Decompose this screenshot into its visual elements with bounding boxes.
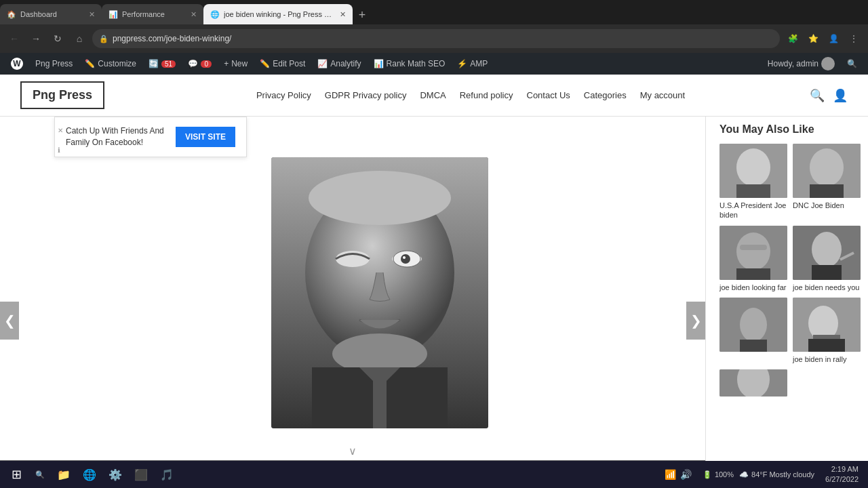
related-thumb-1: [719, 144, 787, 198]
related-item-1[interactable]: U.S.A President Joe biden: [719, 144, 787, 220]
nav-contact[interactable]: Contact Us: [527, 90, 570, 100]
related-caption-2: DNC Joe Biden: [793, 201, 861, 210]
related-item-2[interactable]: DNC Joe Biden: [793, 144, 861, 220]
home-button[interactable]: ⌂: [71, 30, 88, 47]
settings-menu-icon[interactable]: ⋮: [845, 30, 863, 47]
new-label: New: [231, 59, 248, 68]
tab-bar: 🏠 Dashboard ✕ 📊 Performance ✕ 🌐 joe bide…: [0, 0, 868, 24]
tab-close-dashboard[interactable]: ✕: [89, 10, 95, 19]
related-thumb-7: [719, 369, 787, 396]
refresh-button[interactable]: ↻: [49, 30, 66, 47]
tab-close-performance[interactable]: ✕: [191, 10, 197, 19]
wp-new[interactable]: + New: [218, 53, 253, 75]
extensions-icon[interactable]: 🧩: [784, 30, 802, 47]
weather-info[interactable]: ☁️ 84°F Mostly cloudy: [739, 470, 814, 479]
wp-customize[interactable]: ✏️ Customize: [79, 53, 142, 75]
next-arrow-icon: ❯: [690, 312, 702, 329]
wp-updates[interactable]: 🔄 51: [143, 53, 181, 75]
wp-edit-post[interactable]: ✏️ Edit Post: [254, 53, 311, 75]
new-tab-button[interactable]: +: [353, 5, 372, 24]
scroll-indicator[interactable]: ∨: [0, 442, 705, 460]
site-header: Png Press Privacy Policy GDPR Privacy po…: [0, 75, 868, 117]
related-item-7[interactable]: [719, 369, 787, 399]
nav-privacy-policy[interactable]: Privacy Policy: [256, 90, 311, 100]
date-display: 6/27/2022: [825, 474, 859, 485]
site-logo[interactable]: Png Press: [20, 81, 104, 109]
taskbar-media[interactable]: 🎵: [155, 462, 179, 487]
amp-label: AMP: [470, 59, 488, 68]
nav-gdpr[interactable]: GDPR Privacy policy: [325, 90, 407, 100]
forward-button[interactable]: →: [27, 30, 45, 47]
nav-dmca[interactable]: DMCA: [420, 90, 446, 100]
rank-math-icon: 📊: [374, 59, 384, 68]
nav-icons-right: 🧩 ⭐ 👤 ⋮: [784, 30, 863, 47]
svg-point-23: [812, 232, 842, 267]
profile-icon[interactable]: 👤: [825, 30, 842, 47]
main-image-area: [0, 117, 705, 442]
wp-search-button[interactable]: 🔍: [842, 53, 863, 75]
tray-volume-icon[interactable]: 🔊: [680, 469, 692, 480]
taskbar-search[interactable]: 🔍: [30, 462, 50, 487]
header-search-icon[interactable]: 🔍: [810, 88, 825, 103]
related-item-6[interactable]: joe biden in rally: [793, 298, 861, 364]
content-wrapper: ❮ ℹ ✕ Catch Up With Friends And Family O…: [0, 117, 868, 488]
lock-icon: 🔒: [99, 35, 108, 43]
next-arrow[interactable]: ❯: [686, 302, 705, 340]
start-button[interactable]: ⊞: [4, 462, 28, 487]
tab-title-active: joe biden winking - Png Press pr...: [224, 10, 336, 18]
svg-rect-20: [736, 268, 770, 280]
wp-howdy[interactable]: Howdy, admin: [762, 53, 840, 75]
tab-performance[interactable]: 📊 Performance ✕: [102, 4, 203, 24]
ad-visit-button[interactable]: VISIT SITE: [176, 127, 235, 147]
svg-rect-24: [812, 265, 842, 280]
wp-comments[interactable]: 💬 0: [182, 53, 217, 75]
new-icon: +: [224, 59, 229, 68]
bookmark-icon[interactable]: ⭐: [804, 30, 822, 47]
wp-amp[interactable]: ⚡ AMP: [452, 53, 493, 75]
ad-banner-top: ℹ ✕ Catch Up With Friends And Family On …: [54, 117, 247, 157]
wp-site-name[interactable]: Png Press: [30, 53, 78, 75]
nav-refund[interactable]: Refund policy: [460, 90, 513, 100]
svg-point-13: [736, 148, 770, 186]
svg-point-8: [403, 256, 406, 259]
related-item-4[interactable]: joe biden needs you: [793, 226, 861, 292]
tab-title-dashboard: Dashboard: [20, 10, 85, 18]
system-clock[interactable]: 2:19 AM 6/27/2022: [820, 464, 864, 485]
site-nav: Privacy Policy GDPR Privacy policy DMCA …: [132, 90, 810, 100]
related-item-3[interactable]: joe biden looking far: [719, 226, 787, 292]
ad-info-icon[interactable]: ℹ: [58, 146, 60, 154]
taskbar-terminal-icon: ⬛: [134, 468, 148, 481]
wp-analytify[interactable]: 📈 Analytify: [312, 53, 366, 75]
taskbar-settings[interactable]: ⚙️: [103, 462, 127, 487]
wp-admin-bar: W Png Press ✏️ Customize 🔄 51 💬 0 + New …: [0, 53, 868, 75]
related-grid: U.S.A President Joe biden DNC Joe Biden: [719, 144, 854, 399]
sidebar-title: You May Also Like: [719, 123, 854, 136]
wp-rank-math[interactable]: 📊 Rank Math SEO: [368, 53, 451, 75]
time-display: 2:19 AM: [825, 464, 859, 474]
nav-account[interactable]: My account: [640, 90, 685, 100]
main-image: [271, 157, 488, 428]
battery-indicator[interactable]: 🔋 100%: [703, 470, 734, 479]
ad-close-icon[interactable]: ✕: [58, 127, 63, 134]
wp-logo-button[interactable]: W: [5, 53, 28, 75]
tab-close-active[interactable]: ✕: [340, 10, 346, 19]
svg-rect-21: [740, 245, 767, 250]
prev-arrow[interactable]: ❮: [0, 302, 19, 340]
svg-point-19: [736, 232, 770, 270]
svg-rect-28: [740, 340, 767, 352]
taskbar-browser[interactable]: 🌐: [77, 462, 102, 487]
customize-icon: ✏️: [85, 59, 95, 68]
related-item-5[interactable]: [719, 298, 787, 364]
tray-network-icon[interactable]: 📶: [665, 469, 676, 480]
header-account-icon[interactable]: 👤: [833, 88, 848, 103]
taskbar-terminal[interactable]: ⬛: [129, 462, 153, 487]
tab-dashboard[interactable]: 🏠 Dashboard ✕: [0, 4, 102, 24]
nav-categories[interactable]: Categories: [584, 90, 627, 100]
admin-avatar: [821, 57, 835, 70]
taskbar-file-explorer[interactable]: 📁: [52, 462, 76, 487]
browser-icon: 🌐: [83, 468, 96, 481]
address-bar[interactable]: 🔒 pngpress.com/joe-biden-winking/: [92, 29, 780, 48]
back-button[interactable]: ←: [5, 30, 23, 47]
tab-active[interactable]: 🌐 joe biden winking - Png Press pr... ✕: [203, 4, 353, 24]
sidebar: You May Also Like U.S.A President Joe bi…: [705, 117, 868, 488]
